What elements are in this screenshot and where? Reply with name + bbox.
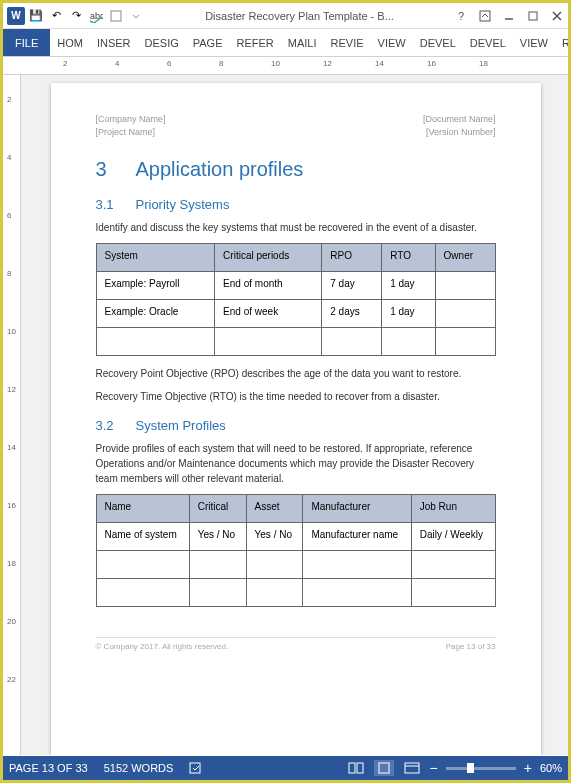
svg-rect-6 bbox=[349, 763, 355, 773]
word-app-icon[interactable]: W bbox=[7, 7, 25, 25]
table-row[interactable] bbox=[96, 551, 495, 579]
document-page[interactable]: [Company Name] [Project Name] [Document … bbox=[51, 83, 541, 755]
svg-rect-9 bbox=[405, 763, 419, 773]
table-cell[interactable] bbox=[246, 579, 303, 607]
table-cell[interactable]: Example: Oracle bbox=[96, 300, 215, 328]
proofing-icon[interactable] bbox=[189, 761, 205, 775]
table-header: Owner bbox=[435, 244, 495, 272]
table-cell[interactable] bbox=[189, 579, 246, 607]
read-mode-icon[interactable] bbox=[346, 760, 366, 776]
ribbon-tab[interactable]: INSER bbox=[90, 37, 138, 49]
horizontal-ruler[interactable]: 24681012141618 bbox=[3, 57, 568, 75]
table-cell[interactable]: 1 day bbox=[382, 272, 435, 300]
file-tab[interactable]: FILE bbox=[3, 29, 50, 56]
section-intro: Provide profiles of each system that wil… bbox=[96, 441, 496, 486]
ruler-mark: 14 bbox=[7, 443, 16, 452]
table-cell[interactable]: Manufacturer name bbox=[303, 523, 411, 551]
table-cell[interactable]: Daily / Weekly bbox=[411, 523, 495, 551]
table-cell[interactable] bbox=[435, 300, 495, 328]
table-header: Critical periods bbox=[215, 244, 322, 272]
qat-dropdown-icon[interactable] bbox=[127, 7, 145, 25]
footer-page: Page 13 of 33 bbox=[446, 642, 496, 651]
table-cell[interactable] bbox=[246, 551, 303, 579]
table-row[interactable]: Example: OracleEnd of week2 days1 day bbox=[96, 300, 495, 328]
vertical-ruler[interactable]: 246810121416182022 bbox=[3, 75, 21, 755]
table-cell[interactable] bbox=[382, 328, 435, 356]
table-cell[interactable] bbox=[189, 551, 246, 579]
ribbon-tab[interactable]: PAGE bbox=[186, 37, 230, 49]
table-cell[interactable]: Example: Payroll bbox=[96, 272, 215, 300]
ribbon-tab[interactable]: REVIE bbox=[324, 37, 371, 49]
zoom-in-button[interactable]: + bbox=[524, 760, 532, 776]
table-cell[interactable]: Name of system bbox=[96, 523, 189, 551]
table-cell[interactable] bbox=[96, 579, 189, 607]
ruler-mark: 8 bbox=[7, 269, 11, 278]
ribbon-tab[interactable]: VIEW bbox=[371, 37, 413, 49]
table-cell[interactable]: 7 day bbox=[322, 272, 382, 300]
minimize-icon[interactable] bbox=[502, 9, 516, 23]
table-cell[interactable]: 1 day bbox=[382, 300, 435, 328]
table-row[interactable]: Example: PayrollEnd of month7 day1 day bbox=[96, 272, 495, 300]
redo-icon[interactable]: ↷ bbox=[67, 7, 85, 25]
ribbon-tab[interactable]: DEVEL bbox=[413, 37, 463, 49]
status-words[interactable]: 5152 WORDS bbox=[104, 762, 174, 774]
ribbon-tab[interactable]: MAILI bbox=[281, 37, 324, 49]
table-cell[interactable] bbox=[411, 551, 495, 579]
ruler-mark: 2 bbox=[63, 59, 67, 68]
zoom-level[interactable]: 60% bbox=[540, 762, 562, 774]
table-cell[interactable]: 2 days bbox=[322, 300, 382, 328]
table-cell[interactable] bbox=[303, 579, 411, 607]
table-header: Name bbox=[96, 495, 189, 523]
ribbon-collapse-icon[interactable] bbox=[478, 9, 492, 23]
table-cell[interactable]: End of week bbox=[215, 300, 322, 328]
table-cell[interactable] bbox=[215, 328, 322, 356]
save-icon[interactable]: 💾 bbox=[27, 7, 45, 25]
web-layout-icon[interactable] bbox=[402, 760, 422, 776]
priority-systems-table[interactable]: SystemCritical periodsRPORTOOwner Exampl… bbox=[96, 243, 496, 356]
ribbon-tab[interactable]: REFER bbox=[230, 37, 281, 49]
header-project: [Project Name] bbox=[96, 126, 166, 139]
table-cell[interactable] bbox=[435, 328, 495, 356]
table-cell[interactable] bbox=[96, 328, 215, 356]
table-row[interactable]: Name of systemYes / NoYes / NoManufactur… bbox=[96, 523, 495, 551]
table-cell[interactable] bbox=[322, 328, 382, 356]
table-cell[interactable] bbox=[435, 272, 495, 300]
undo-icon[interactable]: ↶ bbox=[47, 7, 65, 25]
ribbon-tab[interactable]: DESIG bbox=[138, 37, 186, 49]
ruler-mark: 10 bbox=[7, 327, 16, 336]
document-area[interactable]: 246810121416182022 [Company Name] [Proje… bbox=[3, 75, 568, 755]
help-icon[interactable]: ? bbox=[454, 9, 468, 23]
close-icon[interactable] bbox=[550, 9, 564, 23]
quick-access-toolbar: W 💾 ↶ ↷ abc bbox=[7, 7, 145, 25]
table-row[interactable] bbox=[96, 328, 495, 356]
zoom-slider-thumb[interactable] bbox=[467, 763, 474, 773]
ruler-mark: 16 bbox=[7, 501, 16, 510]
table-cell[interactable]: Yes / No bbox=[246, 523, 303, 551]
table-header: Manufacturer bbox=[303, 495, 411, 523]
table-cell[interactable] bbox=[96, 551, 189, 579]
heading-2-number: 3.1 bbox=[96, 197, 136, 212]
heading-2-number: 3.2 bbox=[96, 418, 136, 433]
system-profiles-table[interactable]: NameCriticalAssetManufacturerJob Run Nam… bbox=[96, 494, 496, 607]
ruler-mark: 18 bbox=[7, 559, 16, 568]
ribbon-tab[interactable]: HOM bbox=[50, 37, 90, 49]
table-row[interactable] bbox=[96, 579, 495, 607]
touch-mode-icon[interactable] bbox=[107, 7, 125, 25]
ribbon-tab[interactable]: REVIE bbox=[555, 37, 571, 49]
zoom-slider[interactable] bbox=[446, 767, 516, 770]
table-cell[interactable]: Yes / No bbox=[189, 523, 246, 551]
maximize-icon[interactable] bbox=[526, 9, 540, 23]
print-layout-icon[interactable] bbox=[374, 760, 394, 776]
status-bar: PAGE 13 OF 33 5152 WORDS − + 60% bbox=[3, 756, 568, 780]
table-cell[interactable] bbox=[303, 551, 411, 579]
ribbon-tab[interactable]: DEVEL bbox=[463, 37, 513, 49]
spellcheck-icon[interactable]: abc bbox=[87, 7, 105, 25]
table-cell[interactable] bbox=[411, 579, 495, 607]
table-cell[interactable]: End of month bbox=[215, 272, 322, 300]
ruler-mark: 16 bbox=[427, 59, 436, 68]
title-bar: W 💾 ↶ ↷ abc Disaster Recovery Plan Templ… bbox=[3, 3, 568, 29]
table-header: RTO bbox=[382, 244, 435, 272]
status-page[interactable]: PAGE 13 OF 33 bbox=[9, 762, 88, 774]
ribbon-tab[interactable]: VIEW bbox=[513, 37, 555, 49]
zoom-out-button[interactable]: − bbox=[430, 760, 438, 776]
